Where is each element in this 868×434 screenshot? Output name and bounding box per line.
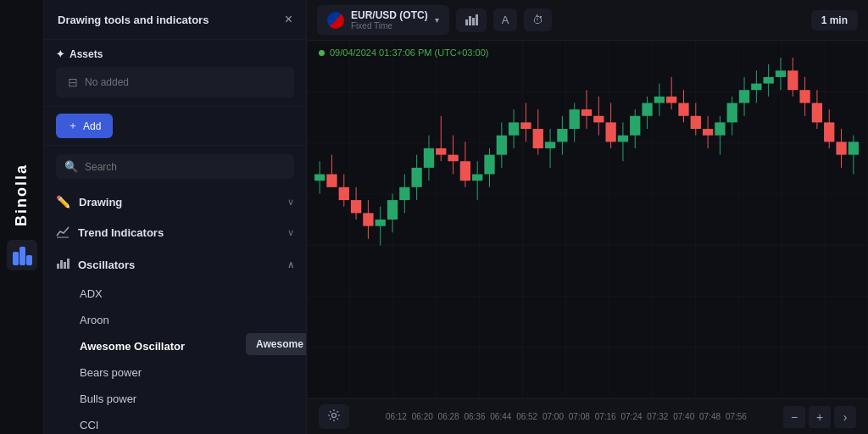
oscillators-icon	[56, 257, 70, 273]
svg-rect-5	[57, 264, 59, 269]
time-label-5: 06:52	[516, 412, 537, 421]
svg-rect-3	[26, 255, 32, 265]
assets-header: ✦ Assets	[56, 48, 294, 60]
top-toolbar: EUR/USD (OTC) Fixed Time ▾ A ⏱ 1 min	[307, 0, 868, 41]
category-oscillators[interactable]: Oscillators ∧	[56, 249, 294, 281]
time-axis: 06:12 06:20 06:28 06:36 06:44 06:52 07:0…	[349, 412, 783, 421]
zoom-minus-button[interactable]: −	[783, 406, 805, 428]
svg-point-13	[332, 414, 337, 418]
category-drawing[interactable]: ✏️ Drawing ∨	[56, 187, 294, 217]
panel-title: Drawing tools and indicators	[58, 14, 209, 26]
live-indicator	[319, 50, 325, 56]
time-label-0: 06:12	[386, 412, 407, 421]
drawing-label: Drawing	[79, 196, 122, 209]
flag-icon	[327, 12, 344, 29]
category-list: ✏️ Drawing ∨ Trend Indicators ∨	[44, 187, 306, 434]
svg-rect-10	[469, 16, 471, 25]
category-trend[interactable]: Trend Indicators ∨	[56, 217, 294, 249]
indicators-toolbar-btn[interactable]	[456, 8, 487, 32]
zoom-controls: − + ›	[783, 406, 856, 428]
time-label-13: 07:56	[726, 412, 747, 421]
svg-rect-1	[13, 252, 19, 265]
oscillators-label: Oscillators	[78, 259, 135, 271]
brand-bar: Binolla	[0, 0, 44, 434]
chart-timestamp: 09/04/2024 01:37:06 PM (UTC+03:00)	[319, 47, 488, 58]
trend-label: Trend Indicators	[78, 226, 164, 239]
search-input[interactable]	[85, 161, 286, 173]
timeframe-button[interactable]: 1 min	[811, 10, 858, 31]
candlestick-chart	[307, 41, 868, 398]
indicator-bears[interactable]: Bears power	[59, 359, 294, 386]
text-toolbar-btn[interactable]: A	[493, 8, 518, 31]
svg-rect-9	[465, 19, 468, 25]
assets-title: Assets	[70, 48, 103, 60]
drawing-tools-panel: Drawing tools and indicators × ✦ Assets …	[44, 0, 307, 434]
drawing-icon: ✏️	[56, 195, 70, 209]
clock-toolbar-btn[interactable]: ⏱	[524, 8, 552, 31]
close-button[interactable]: ×	[285, 12, 292, 27]
brand-name: Binolla	[13, 164, 31, 226]
time-label-6: 07:00	[542, 412, 564, 421]
oscillators-chevron: ∧	[287, 259, 294, 270]
assets-section: ✦ Assets ⊟ No added	[44, 40, 306, 107]
search-icon: 🔍	[64, 160, 78, 173]
chart-area: 09/04/2024 01:37:06 PM (UTC+03:00)	[307, 41, 868, 398]
indicator-awesome[interactable]: Awesome Oscillator Awesome Oscillator	[59, 333, 294, 359]
indicator-adx[interactable]: ADX	[59, 281, 294, 307]
time-label-11: 07:40	[673, 412, 694, 421]
svg-rect-8	[67, 259, 70, 269]
plus-icon: ＋	[68, 119, 78, 133]
asset-name: EUR/USD (OTC)	[351, 9, 428, 21]
svg-rect-7	[64, 262, 66, 269]
search-box: 🔍	[56, 154, 294, 179]
main-area: EUR/USD (OTC) Fixed Time ▾ A ⏱ 1 min 09/…	[307, 0, 868, 434]
no-added-box: ⊟ No added	[56, 67, 294, 97]
time-label-7: 07:08	[569, 412, 590, 421]
time-label-3: 06:36	[464, 412, 485, 421]
trend-chevron: ∨	[287, 227, 294, 238]
indicator-cci[interactable]: CCI	[59, 412, 294, 434]
time-label-10: 07:32	[647, 412, 668, 421]
asset-subtype: Fixed Time	[351, 21, 428, 31]
zoom-right-button[interactable]: ›	[834, 406, 856, 428]
indicator-bulls[interactable]: Bulls power	[59, 386, 294, 412]
drawing-chevron: ∨	[287, 197, 294, 208]
no-added-label: No added	[85, 76, 129, 88]
svg-rect-6	[60, 260, 63, 269]
time-label-1: 06:20	[412, 412, 433, 421]
star-icon: ✦	[56, 48, 64, 60]
text-icon: A	[502, 14, 509, 26]
add-button[interactable]: ＋ Add	[56, 114, 113, 138]
oscillator-list: ADX Aroon Awesome Oscillator Awesome Osc…	[56, 281, 294, 434]
time-label-9: 07:24	[621, 412, 643, 421]
asset-selector[interactable]: EUR/USD (OTC) Fixed Time ▾	[317, 5, 449, 35]
layers-icon: ⊟	[68, 75, 78, 89]
indicator-aroon[interactable]: Aroon	[59, 307, 294, 333]
svg-rect-12	[476, 14, 478, 25]
time-label-12: 07:48	[699, 412, 721, 421]
asset-chevron: ▾	[435, 15, 439, 25]
svg-rect-2	[19, 247, 25, 265]
brand-logo	[7, 240, 37, 270]
timestamp-text: 09/04/2024 01:37:06 PM (UTC+03:00)	[330, 47, 488, 58]
trend-icon	[56, 225, 70, 241]
bottom-bar: 06:12 06:20 06:28 06:36 06:44 06:52 07:0…	[307, 398, 868, 434]
time-label-8: 07:16	[595, 412, 616, 421]
panel-header: Drawing tools and indicators ×	[44, 0, 306, 40]
indicators-icon	[465, 14, 478, 27]
clock-icon: ⏱	[532, 14, 543, 26]
zoom-plus-button[interactable]: +	[809, 406, 831, 428]
time-label-4: 06:44	[490, 412, 511, 421]
settings-icon	[327, 409, 341, 422]
awesome-tooltip: Awesome Oscillator	[246, 333, 306, 355]
chart-settings-button[interactable]	[319, 404, 349, 429]
svg-rect-11	[472, 18, 475, 25]
time-label-2: 06:28	[438, 412, 459, 421]
add-label: Add	[83, 120, 101, 132]
